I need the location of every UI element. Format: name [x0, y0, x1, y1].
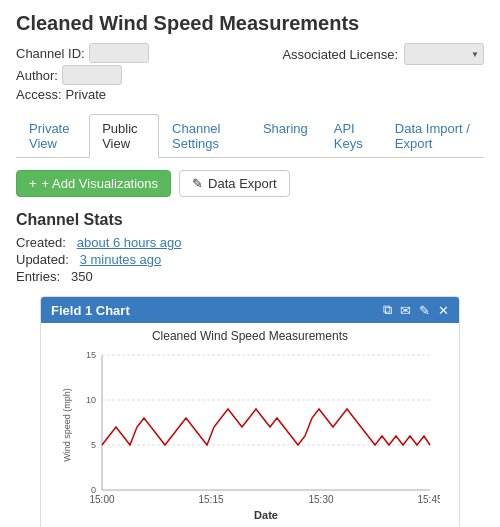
x-tick-1530: 15:30: [308, 494, 333, 505]
y-axis-label: Wind speed (mph): [62, 388, 72, 462]
export-label: Data Export: [208, 176, 277, 191]
author-row: Author:: [16, 65, 282, 85]
tabs-nav: Private View Public View Channel Setting…: [16, 114, 484, 158]
action-buttons: + + Add Visualizations ✎ Data Export: [16, 170, 484, 197]
x-tick-1515: 15:15: [198, 494, 223, 505]
y-tick-5: 5: [91, 440, 96, 450]
tab-api-keys[interactable]: API Keys: [321, 114, 382, 157]
channel-id-label: Channel ID:: [16, 46, 85, 61]
tab-public-view[interactable]: Public View: [89, 114, 159, 158]
add-viz-label: + Add Visualizations: [42, 176, 158, 191]
page-title: Cleaned Wind Speed Measurements: [16, 12, 484, 35]
tab-private-view[interactable]: Private View: [16, 114, 89, 157]
add-viz-icon: +: [29, 176, 37, 191]
x-axis-label: Date: [254, 509, 278, 521]
updated-value[interactable]: 3 minutes ago: [80, 252, 162, 267]
access-label: Access:: [16, 87, 62, 102]
comment-icon[interactable]: ✉: [400, 303, 411, 318]
created-value[interactable]: about 6 hours ago: [77, 235, 182, 250]
chart-title: Field 1 Chart: [51, 303, 130, 318]
channel-id-value: [89, 43, 149, 63]
external-link-icon[interactable]: ⧉: [383, 302, 392, 318]
updated-row: Updated: 3 minutes ago: [16, 252, 484, 267]
meta-section: Channel ID: Author: Access: Private Asso…: [16, 43, 484, 104]
close-icon[interactable]: ✕: [438, 303, 449, 318]
created-row: Created: about 6 hours ago: [16, 235, 484, 250]
add-visualizations-button[interactable]: + + Add Visualizations: [16, 170, 171, 197]
tab-channel-settings[interactable]: Channel Settings: [159, 114, 250, 157]
access-row: Access: Private: [16, 87, 282, 102]
created-label: Created:: [16, 235, 66, 250]
channel-id-row: Channel ID:: [16, 43, 282, 63]
channel-stats-section: Channel Stats Created: about 6 hours ago…: [16, 211, 484, 284]
entries-value: 350: [71, 269, 93, 284]
entries-label: Entries:: [16, 269, 60, 284]
chart-header: Field 1 Chart ⧉ ✉ ✎ ✕: [41, 297, 459, 323]
license-select-wrapper[interactable]: [404, 43, 484, 65]
stats-title: Channel Stats: [16, 211, 484, 229]
page-container: Cleaned Wind Speed Measurements Channel …: [0, 0, 500, 527]
data-export-button[interactable]: ✎ Data Export: [179, 170, 290, 197]
y-tick-10: 10: [86, 395, 96, 405]
entries-row: Entries: 350: [16, 269, 484, 284]
tab-data-import-export[interactable]: Data Import / Export: [382, 114, 484, 157]
chart-inner-title: Cleaned Wind Speed Measurements: [49, 329, 451, 343]
export-icon: ✎: [192, 176, 203, 191]
y-tick-15: 15: [86, 350, 96, 360]
tab-sharing[interactable]: Sharing: [250, 114, 321, 157]
meta-right: Associated License:: [282, 43, 484, 65]
chart-card: Field 1 Chart ⧉ ✉ ✎ ✕ Cleaned Wind Speed…: [40, 296, 460, 527]
x-tick-1500: 15:00: [89, 494, 114, 505]
author-label: Author:: [16, 68, 58, 83]
license-select[interactable]: [404, 43, 484, 65]
updated-label: Updated:: [16, 252, 69, 267]
chart-svg: 0 5 10 15 Wind speed (mph) 15:00 15:15 1…: [60, 345, 440, 525]
access-value: Private: [66, 87, 106, 102]
author-value: [62, 65, 122, 85]
x-tick-1545: 15:45: [417, 494, 440, 505]
license-label: Associated License:: [282, 47, 398, 62]
chart-icon-group: ⧉ ✉ ✎ ✕: [383, 302, 449, 318]
meta-left: Channel ID: Author: Access: Private: [16, 43, 282, 104]
chart-body: Cleaned Wind Speed Measurements 0 5 10 1…: [41, 323, 459, 527]
wind-speed-line: [102, 409, 430, 445]
edit-icon[interactable]: ✎: [419, 303, 430, 318]
